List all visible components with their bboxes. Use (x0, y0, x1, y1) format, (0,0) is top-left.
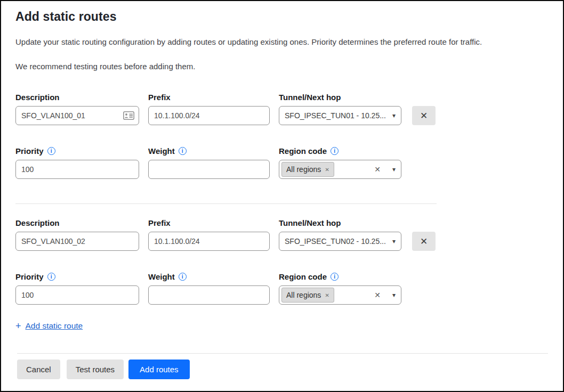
chevron-down-icon: ▾ (392, 166, 396, 173)
intro-text: Update your static routing configuration… (15, 37, 548, 46)
region-field-group: Region code i All regions ✕ ✕ ▾ (279, 272, 401, 305)
weight-input[interactable] (148, 160, 270, 179)
region-tag-label: All regions (286, 165, 321, 174)
region-tag: All regions ✕ (281, 288, 334, 303)
plus-icon: + (15, 321, 21, 331)
region-code-label: Region code (279, 146, 327, 156)
info-icon[interactable]: i (47, 273, 55, 281)
add-static-route-row: + Add static route (15, 321, 548, 331)
footer-divider (17, 353, 548, 354)
cancel-button[interactable]: Cancel (17, 360, 60, 379)
info-icon[interactable]: i (47, 147, 55, 155)
weight-label: Weight (148, 146, 175, 156)
region-code-label: Region code (279, 272, 327, 281)
weight-label: Weight (148, 272, 175, 281)
region-tag-label: All regions (286, 291, 321, 299)
prefix-field-group: Prefix (148, 93, 270, 125)
tunnel-field-group: Tunnel/Next hop SFO_IPSEC_TUN01 - 10.25.… (279, 93, 401, 125)
info-icon[interactable]: i (179, 273, 187, 281)
prefix-field-group: Prefix (148, 218, 270, 251)
description-field-group: Description (15, 218, 139, 251)
chevron-down-icon: ▾ (392, 291, 396, 299)
chevron-down-icon: ▾ (392, 238, 396, 245)
routes-form: Description (15, 93, 548, 331)
tunnel-field-group: Tunnel/Next hop SFO_IPSEC_TUN02 - 10.25.… (279, 218, 401, 251)
priority-field-group: Priority i (15, 272, 139, 305)
tunnel-selected-value: SFO_IPSEC_TUN01 - 10.25... (285, 111, 388, 120)
region-select[interactable]: All regions ✕ ✕ ▾ (279, 160, 401, 179)
dialog-footer: Cancel Test routes Add routes (15, 353, 548, 379)
priority-label: Priority (15, 272, 44, 281)
chevron-down-icon: ▾ (392, 112, 396, 119)
prefix-input[interactable] (148, 232, 270, 251)
info-icon[interactable]: i (331, 147, 339, 155)
priority-field-group: Priority i (15, 146, 139, 179)
region-tag: All regions ✕ (281, 162, 334, 177)
remove-route-button[interactable]: ✕ (412, 106, 436, 125)
region-field-group: Region code i All regions ✕ ✕ ▾ (279, 146, 401, 179)
info-icon[interactable]: i (179, 147, 187, 155)
route-section-1: Description (15, 93, 548, 179)
info-icon[interactable]: i (331, 273, 339, 281)
remove-tag-icon[interactable]: ✕ (325, 292, 329, 298)
priority-input[interactable] (15, 160, 139, 179)
clear-selection-icon[interactable]: ✕ (374, 291, 381, 299)
tunnel-label: Tunnel/Next hop (279, 93, 341, 102)
description-label: Description (15, 93, 60, 102)
description-label: Description (15, 218, 60, 227)
clear-selection-icon[interactable]: ✕ (374, 165, 381, 174)
prefix-label: Prefix (148, 218, 171, 227)
tunnel-selected-value: SFO_IPSEC_TUN02 - 10.25... (285, 237, 388, 246)
region-select[interactable]: All regions ✕ ✕ ▾ (279, 285, 401, 305)
weight-field-group: Weight i (148, 272, 270, 305)
remove-tag-icon[interactable]: ✕ (325, 167, 329, 173)
add-routes-button[interactable]: Add routes (128, 360, 190, 379)
page-title: Add static routes (15, 10, 548, 24)
description-field-group: Description (15, 93, 139, 125)
test-routes-button[interactable]: Test routes (67, 360, 124, 379)
description-input[interactable] (15, 106, 139, 125)
tunnel-select[interactable]: SFO_IPSEC_TUN01 - 10.25... ▾ (279, 106, 401, 125)
description-input[interactable] (15, 232, 139, 251)
weight-input[interactable] (148, 285, 270, 305)
tunnel-label: Tunnel/Next hop (279, 218, 341, 227)
tunnel-select[interactable]: SFO_IPSEC_TUN02 - 10.25... ▾ (279, 232, 401, 251)
priority-label: Priority (15, 146, 44, 156)
prefix-input[interactable] (148, 106, 270, 125)
recommendation-text: We recommend testing routes before addin… (15, 62, 548, 71)
add-static-route-link[interactable]: Add static route (26, 321, 83, 331)
remove-route-button[interactable]: ✕ (412, 232, 436, 251)
prefix-label: Prefix (148, 93, 171, 102)
weight-field-group: Weight i (148, 146, 270, 179)
route-section-2: Description Prefix Tunne (15, 218, 548, 305)
section-divider (15, 203, 437, 204)
add-static-routes-dialog: Add static routes Update your static rou… (0, 0, 564, 392)
priority-input[interactable] (15, 285, 139, 305)
